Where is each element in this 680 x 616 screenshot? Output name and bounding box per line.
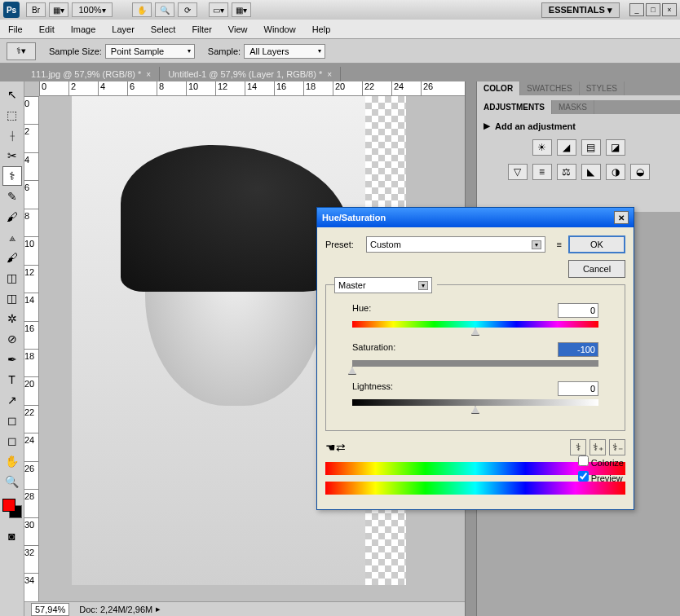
preset-dropdown[interactable]: Custom — [366, 236, 545, 253]
tab-adjustments[interactable]: ADJUSTMENTS — [477, 100, 552, 114]
lightness-slider[interactable] — [352, 399, 598, 406]
menu-help[interactable]: Help — [312, 24, 331, 34]
menu-window[interactable]: Window — [264, 24, 296, 34]
menu-select[interactable]: Select — [151, 24, 176, 34]
photo-filter-icon[interactable]: ◑ — [606, 164, 625, 180]
zoom-dropdown[interactable]: 100% ▾ — [72, 2, 113, 17]
menu-edit[interactable]: Edit — [39, 24, 55, 34]
eyedropper-add-icon[interactable]: ⚕₊ — [589, 439, 606, 455]
dialog-titlebar[interactable]: Hue/Saturation ✕ — [317, 208, 634, 227]
color-swatches[interactable] — [2, 499, 22, 518]
arrange-icon[interactable]: ▦▾ — [49, 2, 68, 17]
crop-tool[interactable]: ✂ — [2, 146, 22, 165]
close-button[interactable]: × — [662, 3, 677, 16]
marquee-tool[interactable]: ⬚ — [2, 105, 22, 125]
bw-icon[interactable]: ◣ — [581, 164, 601, 180]
tab-swatches[interactable]: SWATCHES — [520, 81, 580, 95]
hue-slider[interactable] — [352, 321, 598, 328]
quick-mask-icon[interactable]: ◙ — [2, 526, 22, 546]
3d-tool[interactable]: ◻ — [2, 431, 22, 451]
adjustments-panel: ▶ Add an adjustment ☀ ◢ ▤ ◪ ▽ ≡ ⚖ ◣ ◑ ◒ — [477, 114, 680, 212]
close-icon[interactable]: × — [146, 70, 151, 79]
zoom-level[interactable]: 57,94% — [31, 603, 69, 616]
eyedropper-icon[interactable]: ⚕ — [570, 439, 586, 455]
colorize-checkbox[interactable]: Colorize — [578, 455, 624, 468]
history-brush-tool[interactable]: 🖌 — [2, 248, 22, 267]
menu-layer[interactable]: Layer — [112, 24, 135, 34]
lightness-slider-thumb[interactable] — [471, 406, 479, 414]
hand-tool[interactable]: ✋ — [2, 451, 22, 471]
foreground-color[interactable] — [2, 499, 15, 512]
lightness-input[interactable] — [558, 381, 598, 396]
bridge-icon[interactable]: Br — [26, 2, 46, 17]
doc-size-label: Doc: 2,24M/2,96M — [79, 605, 152, 614]
saturation-slider-thumb[interactable] — [348, 367, 356, 375]
portrait-hair — [121, 145, 349, 292]
move-tool[interactable]: ↖ — [2, 85, 22, 104]
tab-styles[interactable]: STYLES — [580, 81, 625, 95]
channel-mixer-icon[interactable]: ◒ — [630, 164, 650, 180]
app-icon[interactable]: Ps — [3, 2, 20, 18]
eraser-tool[interactable]: ◫ — [2, 268, 22, 288]
saturation-slider[interactable] — [352, 360, 598, 367]
exposure-icon[interactable]: ◪ — [606, 139, 625, 156]
rotate-view-icon[interactable]: ⟳ — [178, 2, 197, 17]
type-tool[interactable]: T — [2, 370, 22, 389]
saturation-label: Saturation: — [352, 342, 395, 357]
saturation-input[interactable] — [558, 342, 598, 357]
hand-tool-icon[interactable]: ✋ — [132, 2, 152, 17]
options-bar: ⚕▾ Sample Size: Point Sample Sample: All… — [0, 39, 680, 64]
cancel-button[interactable]: Cancel — [568, 260, 625, 278]
master-dropdown[interactable]: Master — [334, 277, 432, 293]
targeted-adjustment-icon[interactable]: ☚⇄ — [325, 441, 346, 454]
menu-image[interactable]: Image — [71, 24, 96, 34]
sample-dropdown[interactable]: All Layers — [244, 44, 325, 59]
ruler-vertical[interactable]: 0246810121416182022242628303234 — [24, 96, 39, 601]
vibrance-icon[interactable]: ▽ — [508, 164, 528, 180]
menu-view[interactable]: View — [228, 24, 248, 34]
clone-tool[interactable]: ⟁ — [2, 227, 22, 247]
minimize-button[interactable]: _ — [629, 3, 644, 16]
zoom-tool-icon[interactable]: 🔍 — [155, 2, 174, 17]
brightness-icon[interactable]: ☀ — [532, 139, 552, 156]
color-balance-icon[interactable]: ⚖ — [557, 164, 576, 180]
dodge-tool[interactable]: ⊘ — [2, 329, 22, 349]
preset-menu-icon[interactable]: ≡ — [557, 240, 562, 249]
lasso-tool[interactable]: ⟊ — [2, 125, 22, 145]
workspace-switcher[interactable]: ESSENTIALS ▾ — [541, 2, 620, 18]
preview-checkbox[interactable]: Preview — [578, 471, 624, 483]
eyedropper-subtract-icon[interactable]: ⚕₋ — [609, 439, 625, 455]
path-tool[interactable]: ↗ — [2, 390, 22, 410]
hue-sat-icon[interactable]: ≡ — [532, 164, 552, 180]
curves-icon[interactable]: ▤ — [581, 139, 601, 156]
doc-tab-2[interactable]: Untitled-1 @ 57,9% (Layer 1, RGB/8) *× — [160, 67, 341, 81]
ruler-horizontal[interactable]: 02468101214161820222426 — [39, 81, 465, 96]
zoom-tool[interactable]: 🔍 — [2, 472, 22, 491]
tool-preset-eyedropper[interactable]: ⚕▾ — [7, 42, 36, 60]
sample-size-dropdown[interactable]: Point Sample — [105, 44, 195, 59]
dialog-close-button[interactable]: ✕ — [614, 211, 629, 224]
pen-tool[interactable]: ✒ — [2, 350, 22, 369]
menu-filter[interactable]: Filter — [192, 24, 211, 34]
shape-tool[interactable]: ◻ — [2, 411, 22, 430]
brush-tool[interactable]: 🖌 — [2, 207, 22, 227]
ok-button[interactable]: OK — [568, 235, 625, 253]
extras-icon[interactable]: ▦▾ — [232, 2, 251, 17]
healing-tool[interactable]: ✎ — [2, 187, 22, 206]
screen-mode-icon[interactable]: ▭▾ — [209, 2, 228, 17]
gradient-tool[interactable]: ◫ — [2, 288, 22, 308]
eyedropper-tool[interactable]: ⚕ — [2, 166, 22, 186]
menu-file[interactable]: File — [8, 24, 23, 34]
color-panel-tabs: COLOR SWATCHES STYLES — [477, 81, 680, 95]
blur-tool[interactable]: ✲ — [2, 309, 22, 328]
levels-icon[interactable]: ◢ — [557, 139, 576, 156]
chevron-right-icon[interactable]: ▸ — [156, 604, 161, 614]
tab-color[interactable]: COLOR — [477, 81, 520, 95]
hue-slider-thumb[interactable] — [471, 328, 479, 336]
tab-masks[interactable]: MASKS — [552, 100, 594, 114]
doc-tab-1[interactable]: 111.jpg @ 57,9% (RGB/8) *× — [23, 67, 160, 81]
hue-input[interactable] — [558, 303, 598, 318]
play-icon[interactable]: ▶ — [484, 121, 490, 131]
close-icon[interactable]: × — [327, 70, 332, 79]
maximize-button[interactable]: □ — [646, 3, 660, 16]
